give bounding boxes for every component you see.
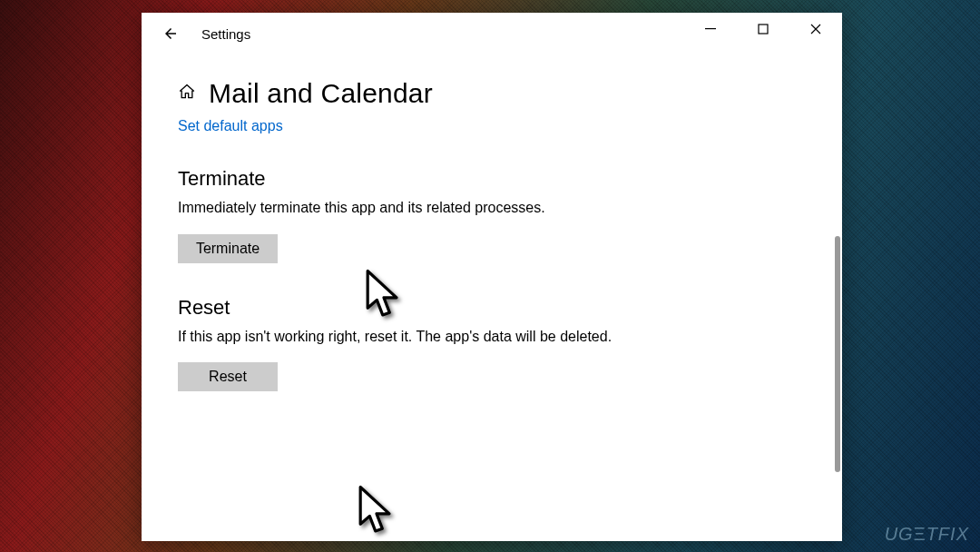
svg-rect-0 — [705, 28, 716, 29]
terminate-title: Terminate — [178, 167, 806, 191]
close-button[interactable] — [789, 13, 842, 45]
content-area: Mail and Calendar Set default apps Termi… — [142, 54, 842, 541]
reset-description: If this app isn't working right, reset i… — [178, 327, 650, 347]
terminate-description: Immediately terminate this app and its r… — [178, 198, 650, 218]
reset-section: Reset If this app isn't working right, r… — [178, 296, 806, 392]
close-icon — [810, 24, 821, 34]
window-title: Settings — [201, 26, 250, 42]
minimize-button[interactable] — [684, 13, 737, 45]
reset-title: Reset — [178, 296, 806, 320]
watermark: UGΞTFIX — [885, 524, 969, 545]
svg-rect-1 — [759, 25, 768, 34]
arrow-left-icon — [162, 25, 179, 42]
back-button[interactable] — [154, 17, 187, 50]
home-icon[interactable] — [178, 83, 196, 104]
scrollbar-thumb[interactable] — [835, 236, 840, 472]
page-title: Mail and Calendar — [209, 78, 433, 109]
maximize-icon — [758, 24, 769, 34]
reset-button[interactable]: Reset — [178, 362, 278, 391]
terminate-button[interactable]: Terminate — [178, 234, 278, 263]
maximize-button[interactable] — [737, 13, 789, 45]
page-header: Mail and Calendar — [178, 78, 806, 109]
minimize-icon — [705, 24, 716, 34]
window-controls — [684, 13, 842, 45]
set-default-apps-link[interactable]: Set default apps — [178, 118, 283, 134]
settings-window: Settings Mail and Calendar Set default a… — [142, 13, 842, 541]
terminate-section: Terminate Immediately terminate this app… — [178, 167, 806, 263]
titlebar: Settings — [142, 13, 842, 54]
